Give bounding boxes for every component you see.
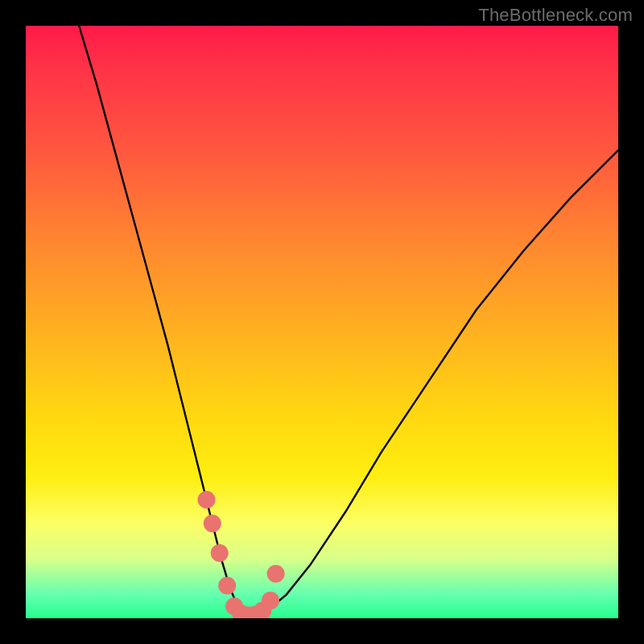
plot-area <box>26 26 618 618</box>
marker-dot <box>267 565 285 583</box>
bottleneck-curve <box>79 26 618 615</box>
marker-dot <box>211 544 229 562</box>
bottleneck-markers <box>198 491 285 618</box>
marker-dot <box>198 491 216 509</box>
chart-frame: TheBottleneck.com <box>0 0 644 644</box>
marker-dot <box>262 592 279 609</box>
marker-dot <box>204 514 221 532</box>
watermark-text: TheBottleneck.com <box>478 5 633 26</box>
chart-svg <box>26 26 618 618</box>
marker-dot <box>218 577 236 595</box>
